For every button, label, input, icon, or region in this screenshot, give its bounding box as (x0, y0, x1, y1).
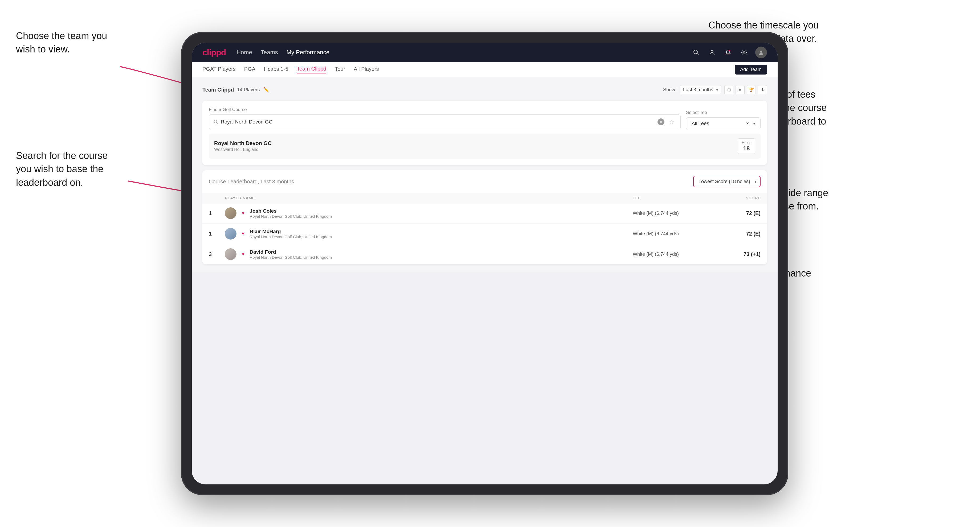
player-club-3: Royal North Devon Golf Club, United King… (250, 255, 332, 259)
tab-tour[interactable]: Tour (335, 66, 345, 73)
annotation-middle-left: Search for the course you wish to base t… (16, 149, 108, 189)
tab-pgat-players[interactable]: PGAT Players (202, 66, 236, 73)
score-type-dropdown[interactable]: Lowest Score (18 holes) (693, 176, 760, 187)
person-icon[interactable] (707, 48, 717, 57)
player-avatar-1 (225, 207, 237, 219)
trophy-icon[interactable]: 🏆 (747, 85, 756, 94)
table-row[interactable]: 1 ♥ Blair McHarg Royal North Devon Golf … (202, 224, 767, 244)
grid-view-button[interactable]: ⊞ (724, 85, 733, 94)
course-name: Royal North Devon GC (214, 140, 272, 146)
search-icon (213, 119, 218, 124)
annotation-top-left: Choose the team you wish to view. (16, 29, 107, 56)
player-score-3: 73 (+1) (707, 251, 760, 257)
leaderboard-header: Course Leaderboard, Last 3 months Lowest… (202, 170, 767, 193)
subnav-tabs: PGAT Players PGA Hcaps 1-5 Team Clippd T… (202, 66, 379, 73)
player-info-2: ♥ Blair McHarg Royal North Devon Golf Cl… (225, 228, 633, 240)
player-name-2: Blair McHarg (250, 229, 332, 235)
nav-link-teams[interactable]: Teams (261, 49, 278, 56)
player-rank-3: 3 (209, 251, 225, 257)
course-search-input[interactable] (221, 119, 655, 125)
edit-team-icon[interactable]: ✏️ (263, 87, 269, 93)
nav-link-home[interactable]: Home (237, 49, 252, 56)
player-details-2: Blair McHarg Royal North Devon Golf Club… (250, 229, 332, 239)
team-header: Team Clippd 14 Players ✏️ Show: Last 3 m… (202, 85, 767, 94)
col-header-score: SCORE (707, 195, 760, 200)
col-header-rank (209, 195, 225, 200)
player-avatar-3 (225, 248, 237, 260)
add-team-button[interactable]: Add Team (735, 65, 767, 75)
download-icon[interactable]: ⬇ (758, 85, 767, 94)
player-tee-3: White (M) (6,744 yds) (633, 252, 707, 257)
holes-value: 18 (741, 145, 751, 152)
player-score-2: 72 (E) (707, 231, 760, 237)
user-avatar[interactable] (755, 46, 767, 58)
show-period-dropdown[interactable]: Last 3 months (679, 85, 721, 94)
navbar-links: Home Teams My Performance (237, 49, 681, 56)
svg-point-3 (729, 50, 730, 51)
svg-line-7 (216, 123, 218, 124)
player-details-1: Josh Coles Royal North Devon Golf Club, … (250, 208, 332, 219)
player-details-3: David Ford Royal North Devon Golf Club, … (250, 249, 332, 259)
leaderboard-title: Course Leaderboard, Last 3 months (209, 179, 294, 185)
find-course-group: Find a Golf Course × ☆ (209, 107, 681, 129)
show-control: Show: Last 3 months ▼ ⊞ ≡ 🏆 ⬇ (663, 85, 767, 94)
find-course-label: Find a Golf Course (209, 107, 681, 112)
search-row: Find a Golf Course × ☆ Select Tee (209, 107, 760, 129)
team-title: Team Clippd 14 Players ✏️ (202, 87, 269, 93)
list-view-button[interactable]: ≡ (735, 85, 745, 94)
navbar: clippd Home Teams My Performance (192, 43, 778, 62)
player-name-1: Josh Coles (250, 208, 332, 214)
svg-point-2 (711, 50, 713, 52)
player-rank-2: 1 (209, 231, 225, 237)
favorite-icon-1[interactable]: ♥ (242, 211, 245, 216)
course-search-area: Find a Golf Course × ☆ Select Tee (202, 101, 767, 165)
course-location: Westward Hol, England (214, 147, 272, 152)
favorite-button[interactable]: ☆ (667, 117, 676, 126)
tee-select-group: Select Tee All Tees ▼ (686, 110, 760, 129)
main-content: Team Clippd 14 Players ✏️ Show: Last 3 m… (192, 77, 778, 272)
player-club-1: Royal North Devon Golf Club, United King… (250, 214, 332, 219)
player-tee-2: White (M) (6,744 yds) (633, 231, 707, 237)
notification-icon[interactable] (723, 48, 733, 57)
svg-point-5 (760, 51, 762, 53)
player-club-2: Royal North Devon Golf Club, United King… (250, 235, 332, 239)
search-icon[interactable] (691, 48, 701, 57)
favorite-icon-2[interactable]: ♥ (242, 231, 245, 236)
tab-team-clippd[interactable]: Team Clippd (297, 66, 326, 73)
player-tee-1: White (M) (6,744 yds) (633, 211, 707, 216)
nav-link-my-performance[interactable]: My Performance (286, 49, 329, 56)
course-result-info: Royal North Devon GC Westward Hol, Engla… (214, 140, 272, 152)
tablet-screen: clippd Home Teams My Performance (192, 43, 778, 484)
score-type-wrapper: Lowest Score (18 holes) ▼ (693, 176, 760, 187)
favorite-icon-3[interactable]: ♥ (242, 252, 245, 257)
player-info-3: ♥ David Ford Royal North Devon Golf Club… (225, 248, 633, 260)
col-header-tee: TEE (633, 195, 707, 200)
tee-select-dropdown[interactable]: All Tees (690, 120, 749, 126)
svg-line-1 (697, 54, 699, 55)
tab-all-players[interactable]: All Players (354, 66, 379, 73)
holes-badge: Holes 18 (738, 138, 755, 154)
tee-select-wrap: All Tees ▼ (686, 117, 760, 129)
tablet-frame: clippd Home Teams My Performance (181, 32, 788, 495)
player-name-3: David Ford (250, 249, 332, 255)
navbar-icons (691, 46, 767, 58)
player-avatar-2 (225, 228, 237, 240)
tab-hcaps[interactable]: Hcaps 1-5 (264, 66, 288, 73)
table-header: PLAYER NAME TEE SCORE (202, 193, 767, 203)
svg-point-4 (743, 52, 745, 53)
tee-select-label: Select Tee (686, 110, 760, 115)
player-score-1: 72 (E) (707, 210, 760, 216)
table-row[interactable]: 1 ♥ Josh Coles Royal North Devon Golf Cl… (202, 203, 767, 224)
tab-pga[interactable]: PGA (244, 66, 255, 73)
settings-icon[interactable] (739, 48, 749, 57)
brand-logo: clippd (202, 48, 226, 57)
leaderboard-section: Course Leaderboard, Last 3 months Lowest… (202, 170, 767, 264)
search-input-wrap: × ☆ (209, 114, 681, 129)
subnav: PGAT Players PGA Hcaps 1-5 Team Clippd T… (192, 62, 778, 77)
player-rank-1: 1 (209, 210, 225, 216)
table-row[interactable]: 3 ♥ David Ford Royal North Devon Golf Cl… (202, 244, 767, 264)
course-result[interactable]: Royal North Devon GC Westward Hol, Engla… (209, 133, 760, 159)
clear-search-button[interactable]: × (657, 119, 664, 125)
player-info-1: ♥ Josh Coles Royal North Devon Golf Club… (225, 207, 633, 219)
col-header-player: PLAYER NAME (225, 195, 633, 200)
